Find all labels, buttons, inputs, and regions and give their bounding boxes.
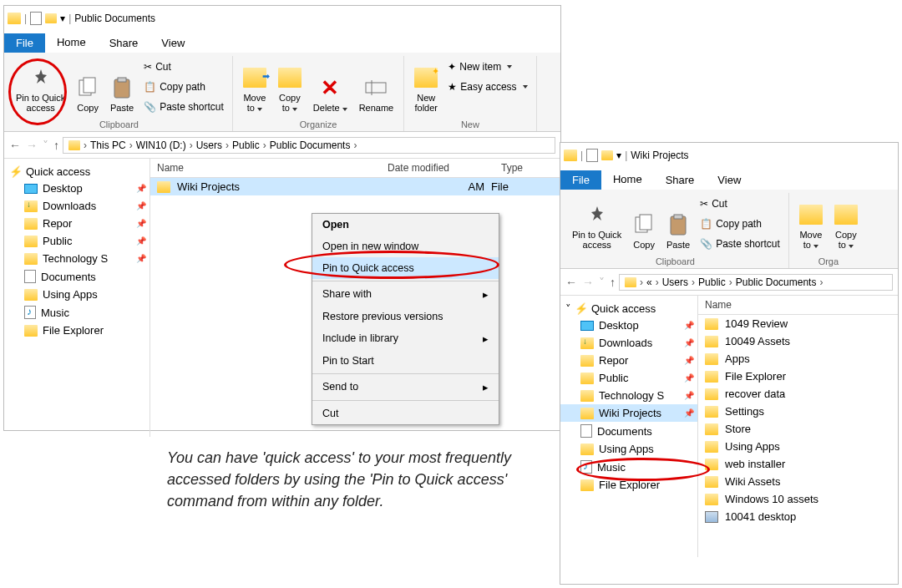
nav-item-downloads[interactable]: ↓Downloads📌 bbox=[4, 197, 149, 215]
file-row[interactable]: Store bbox=[698, 420, 898, 438]
copy-button[interactable]: Copy bbox=[628, 193, 660, 253]
doc-icon[interactable] bbox=[30, 12, 42, 25]
back-arrow-icon[interactable]: ← bbox=[9, 139, 21, 152]
file-row[interactable]: 10049 Assets bbox=[698, 332, 898, 350]
breadcrumb-segment[interactable]: This PC bbox=[90, 139, 126, 151]
pin-quick-access-button[interactable]: Pin to Quick access bbox=[11, 56, 70, 116]
file-row[interactable]: Wiki Projects AM File bbox=[150, 178, 560, 195]
context-menu-item[interactable]: Pin to Start bbox=[312, 350, 499, 372]
menu-view[interactable]: View bbox=[149, 33, 196, 53]
up-arrow-icon[interactable]: ↑ bbox=[53, 139, 59, 152]
history-dropdown-icon[interactable]: ˅ bbox=[599, 276, 605, 289]
copy-path-button[interactable]: 📋Copy path bbox=[140, 78, 227, 96]
context-menu-item[interactable]: Share with▸ bbox=[312, 283, 499, 306]
file-row[interactable]: Settings bbox=[698, 403, 898, 420]
paste-shortcut-button[interactable]: 📎Paste shortcut bbox=[697, 235, 783, 253]
nav-item-repor[interactable]: Repor📌 bbox=[560, 352, 697, 369]
nav-item-repor[interactable]: Repor📌 bbox=[4, 215, 149, 232]
quick-dropdown-icon[interactable]: ▾ bbox=[616, 150, 621, 161]
folder-small-icon[interactable] bbox=[601, 150, 613, 160]
breadcrumb-segment[interactable]: Public bbox=[698, 276, 726, 288]
new-folder-button[interactable]: ✦New folder bbox=[409, 56, 443, 116]
copy-button[interactable]: Copy bbox=[72, 56, 104, 116]
context-menu-item[interactable]: Cut bbox=[312, 403, 499, 424]
context-menu-item[interactable]: Include in library▸ bbox=[312, 327, 499, 350]
paste-button[interactable]: Paste bbox=[105, 56, 139, 116]
nav-item-public[interactable]: Public📌 bbox=[4, 232, 149, 250]
breadcrumb-segment[interactable]: Users bbox=[662, 276, 688, 288]
menu-share[interactable]: Share bbox=[98, 33, 150, 53]
menu-file[interactable]: File bbox=[4, 33, 45, 53]
file-row[interactable]: Wiki Assets bbox=[698, 473, 898, 490]
cut-button[interactable]: ✂Cut bbox=[697, 195, 783, 213]
rename-button[interactable]: Rename bbox=[354, 56, 399, 116]
nav-item-music[interactable]: Music bbox=[560, 458, 697, 476]
column-headers[interactable]: NameDate modifiedType bbox=[150, 159, 560, 178]
menu-view[interactable]: View bbox=[706, 170, 753, 190]
copy-to-button[interactable]: Copy to bbox=[273, 56, 307, 116]
nav-item-public[interactable]: Public📌 bbox=[560, 369, 697, 387]
back-arrow-icon[interactable]: ← bbox=[565, 276, 577, 289]
context-menu-item[interactable]: Pin to Quick access bbox=[312, 257, 499, 279]
doc-icon[interactable] bbox=[586, 149, 598, 162]
up-arrow-icon[interactable]: ↑ bbox=[610, 276, 616, 289]
context-menu-item[interactable]: Open bbox=[312, 214, 499, 236]
column-headers[interactable]: Name bbox=[698, 296, 898, 315]
menu-share[interactable]: Share bbox=[654, 170, 707, 190]
nav-item-file-explorer[interactable]: File Explorer bbox=[4, 322, 149, 339]
file-row[interactable]: web installer bbox=[698, 455, 898, 473]
move-to-button[interactable]: Move to bbox=[794, 193, 828, 253]
nav-item-documents[interactable]: Documents bbox=[560, 422, 697, 440]
quick-dropdown-icon[interactable]: ▾ bbox=[60, 13, 65, 24]
history-dropdown-icon[interactable]: ˅ bbox=[43, 139, 48, 152]
move-to-button[interactable]: ➡Move to bbox=[238, 56, 271, 116]
breadcrumb-segment[interactable]: « bbox=[646, 276, 652, 288]
file-row[interactable]: 10041 desktop bbox=[698, 508, 898, 525]
file-row[interactable]: recover data bbox=[698, 385, 898, 403]
menu-home[interactable]: Home bbox=[45, 33, 98, 53]
nav-item-file-explorer[interactable]: File Explorer bbox=[560, 476, 697, 494]
delete-button[interactable]: ✕Delete bbox=[308, 56, 352, 116]
context-menu-item[interactable]: Send to▸ bbox=[312, 376, 499, 398]
nav-item-technology-s[interactable]: Technology S📌 bbox=[560, 387, 697, 404]
chevron-down-icon[interactable]: ˅ bbox=[565, 302, 571, 315]
breadcrumb-segment[interactable]: WIN10 (D:) bbox=[136, 139, 186, 151]
nav-item-desktop[interactable]: Desktop📌 bbox=[560, 317, 697, 334]
new-item-button[interactable]: ✦New item bbox=[444, 58, 530, 76]
file-row[interactable]: Windows 10 assets bbox=[698, 490, 898, 508]
quick-access-header[interactable]: ˅⚡Quick access bbox=[560, 301, 697, 317]
breadcrumb-segment[interactable]: Users bbox=[196, 139, 222, 151]
address-bar[interactable]: › « › Users › Public › Public Documents … bbox=[619, 274, 893, 291]
file-row[interactable]: File Explorer bbox=[698, 368, 898, 385]
copy-to-button[interactable]: Copy to bbox=[829, 193, 863, 253]
file-row[interactable]: Apps bbox=[698, 350, 898, 368]
file-row[interactable]: Using Apps bbox=[698, 438, 898, 455]
nav-item-desktop[interactable]: Desktop📌 bbox=[4, 180, 149, 197]
nav-item-downloads[interactable]: ↓Downloads📌 bbox=[560, 334, 697, 352]
paste-shortcut-button[interactable]: 📎Paste shortcut bbox=[140, 98, 227, 116]
menu-file[interactable]: File bbox=[560, 170, 601, 190]
cut-button[interactable]: ✂Cut bbox=[140, 58, 227, 76]
copy-path-button[interactable]: 📋Copy path bbox=[697, 215, 783, 233]
breadcrumb-segment[interactable]: Public bbox=[232, 139, 260, 151]
forward-arrow-icon[interactable]: → bbox=[26, 139, 38, 152]
nav-item-music[interactable]: Music bbox=[4, 303, 149, 322]
breadcrumb-segment[interactable]: Public Documents bbox=[736, 276, 817, 288]
nav-item-using-apps[interactable]: Using Apps bbox=[560, 440, 697, 458]
forward-arrow-icon[interactable]: → bbox=[582, 276, 594, 289]
address-bar[interactable]: › This PC › WIN10 (D:) › Users › Public … bbox=[63, 137, 555, 154]
nav-item-technology-s[interactable]: Technology S📌 bbox=[4, 250, 149, 267]
pin-quick-access-button[interactable]: Pin to Quick access bbox=[567, 193, 626, 253]
menu-home[interactable]: Home bbox=[601, 170, 654, 190]
folder-small-icon[interactable] bbox=[45, 13, 57, 23]
nav-item-using-apps[interactable]: Using Apps bbox=[4, 286, 149, 303]
context-menu-item[interactable]: Open in new window bbox=[312, 236, 499, 257]
file-row[interactable]: 1049 Review bbox=[698, 315, 898, 332]
nav-item-documents[interactable]: Documents bbox=[4, 267, 149, 286]
context-menu-item[interactable]: Restore previous versions bbox=[312, 306, 499, 327]
easy-access-button[interactable]: ★Easy access bbox=[444, 78, 530, 96]
breadcrumb-segment[interactable]: Public Documents bbox=[270, 139, 351, 151]
paste-button[interactable]: Paste bbox=[661, 193, 695, 253]
quick-access-header[interactable]: ⚡Quick access bbox=[4, 164, 149, 180]
nav-item-wiki-projects[interactable]: Wiki Projects📌 bbox=[560, 404, 697, 422]
